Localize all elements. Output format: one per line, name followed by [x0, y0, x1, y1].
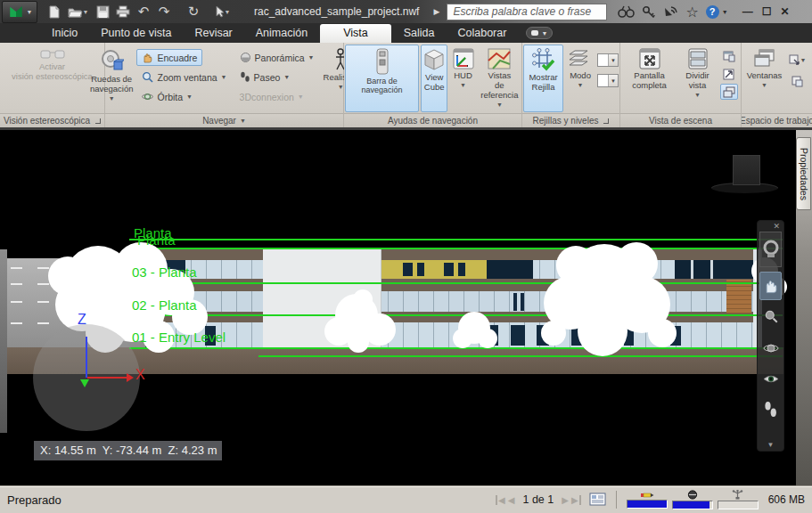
- dialog-launcher-icon[interactable]: [95, 118, 101, 124]
- cursor-arrow-icon: [215, 5, 225, 18]
- properties-panel-tab[interactable]: Propiedades: [796, 137, 811, 210]
- cargar-espacio-button[interactable]: ▼: [786, 52, 809, 68]
- rejilla-superior-combo[interactable]: ▼: [597, 53, 619, 67]
- zoom-ventana-button[interactable]: Zoom ventana ▼: [136, 69, 232, 86]
- hud-button[interactable]: HUD ▼: [449, 45, 476, 112]
- tab-salida[interactable]: Salida: [393, 24, 446, 43]
- ventanas-button[interactable]: Ventanas ▼: [745, 45, 784, 112]
- paseo-button[interactable]: Paseo ▼: [234, 69, 296, 86]
- hud-axes-icon: [453, 48, 474, 69]
- memory-usage: 606 MB: [768, 493, 805, 506]
- activar-vision-estereoscopica-button[interactable]: Activar visión estereoscópica: [5, 45, 100, 112]
- satellite-dish-icon: [663, 5, 678, 19]
- minimize-button[interactable]: —: [742, 5, 753, 18]
- chevron-down-icon: ▼: [338, 84, 344, 90]
- new-document-icon: [48, 5, 61, 19]
- redo-icon: ↷: [159, 4, 170, 20]
- close-icon[interactable]: ✕: [773, 223, 780, 231]
- dividir-vista-button[interactable]: Dividir vista ▼: [677, 45, 718, 112]
- select-tool-button[interactable]: ▼: [209, 3, 236, 20]
- toolbar-expand-icon[interactable]: ▶: [433, 7, 439, 16]
- panoramica-button[interactable]: Panorámica ▼: [234, 49, 320, 66]
- window-thumbnail-icon: [723, 51, 735, 62]
- maximize-button[interactable]: ☐: [762, 5, 772, 18]
- pan-button[interactable]: [759, 272, 782, 300]
- print-button[interactable]: [113, 3, 133, 20]
- espacio-mini-column: ▼: [786, 45, 809, 112]
- ventana-anclable-button[interactable]: [720, 84, 738, 100]
- orbit-button[interactable]: [759, 335, 782, 362]
- chevron-down-icon: ▼: [608, 54, 618, 66]
- redo-button[interactable]: ↷: [154, 3, 174, 20]
- chevron-down-icon: ▼: [186, 94, 193, 100]
- dialog-launcher-icon[interactable]: [603, 118, 609, 124]
- tab-punto-de-vista[interactable]: Punto de vista: [90, 24, 182, 43]
- sheet-browser-icon: [589, 493, 606, 506]
- tab-animacion[interactable]: Animación: [245, 24, 318, 43]
- chevron-down-icon: ▼: [578, 82, 584, 88]
- panel-label-navegar[interactable]: Navegar▼: [105, 113, 343, 127]
- 3dconnexion-button[interactable]: 3Dconnexion ▼: [234, 88, 309, 105]
- search-input[interactable]: [447, 4, 607, 20]
- window-controls: — ☐ ✕: [742, 5, 790, 18]
- encuadre-button[interactable]: Encuadre: [136, 49, 202, 66]
- walk-button[interactable]: [759, 395, 782, 424]
- progress-bar: [672, 501, 713, 509]
- pantalla-completa-button[interactable]: Pantalla completa: [624, 45, 676, 112]
- find-items-button[interactable]: [618, 5, 635, 18]
- ruedas-de-navegacion-button[interactable]: Ruedas de navegación ▼: [88, 45, 135, 112]
- previous-sheet-button[interactable]: ◀: [508, 495, 515, 505]
- expandir-vista-button[interactable]: [720, 66, 738, 82]
- navigation-bar: ✕ ▼: [757, 220, 784, 452]
- ribbon-tab-bar: Inicio Punto de vista Revisar Animación …: [0, 23, 812, 43]
- disk-icon: [687, 490, 698, 500]
- panoramica-icon: [240, 52, 251, 63]
- modo-rejilla-button[interactable]: Modo ▼: [565, 45, 595, 112]
- tab-inicio[interactable]: Inicio: [41, 24, 88, 43]
- save-button[interactable]: [93, 3, 112, 20]
- close-button[interactable]: ✕: [780, 5, 789, 18]
- chevron-down-icon: ▼: [225, 9, 232, 15]
- trees: [0, 130, 796, 485]
- first-sheet-button[interactable]: ◀: [496, 495, 505, 505]
- progress-bar: [627, 500, 668, 509]
- ribbon-overflow-button[interactable]: ▼: [526, 27, 553, 39]
- look-around-button[interactable]: [759, 367, 782, 390]
- license-button[interactable]: [642, 5, 656, 19]
- ventana-referencia-button[interactable]: [720, 48, 738, 64]
- magnifier-icon: [764, 309, 778, 323]
- viewcube-icon: [422, 48, 446, 71]
- guardar-espacio-button[interactable]: [786, 73, 809, 89]
- refresh-button[interactable]: ↻: [184, 3, 203, 20]
- application-menu-button[interactable]: ▼: [2, 1, 37, 23]
- new-document-button[interactable]: [45, 3, 64, 20]
- next-sheet-button[interactable]: ▶: [562, 495, 569, 505]
- help-button[interactable]: ? ▼: [706, 5, 728, 19]
- viewcube-button[interactable]: View Cube: [421, 45, 447, 112]
- navigation-bar-icon: [375, 48, 390, 75]
- chevron-down-icon[interactable]: ▼: [758, 441, 783, 449]
- orbita-button[interactable]: Órbita ▼: [136, 88, 198, 105]
- undo-button[interactable]: ↶: [134, 3, 153, 20]
- rejilla-inferior-combo[interactable]: ▼: [597, 74, 619, 87]
- panel-rejillas-y-niveles: Mostrar Rejilla Modo ▼ ▼ ▼ Rejillas y ni…: [522, 43, 620, 127]
- vistas-de-referencia-button[interactable]: Vistas de referencia ▼: [479, 45, 521, 112]
- steering-wheel-button[interactable]: [759, 232, 782, 267]
- split-view-icon: [688, 48, 708, 69]
- scene-viewport[interactable]: Planta Planta 03 - Planta 02 - Planta 01…: [0, 130, 796, 485]
- mostrar-rejilla-button[interactable]: Mostrar Rejilla: [523, 45, 563, 112]
- pencil-icon: [640, 491, 654, 499]
- tab-vista[interactable]: Vista: [320, 24, 391, 43]
- level-label: 01 - Entry Level: [132, 330, 226, 345]
- last-sheet-button[interactable]: ▶: [571, 495, 581, 505]
- diagonal-arrow-icon: [723, 69, 734, 80]
- communication-center-button[interactable]: [663, 5, 678, 19]
- tab-revisar[interactable]: Revisar: [184, 24, 242, 43]
- open-button[interactable]: ▼: [65, 3, 92, 20]
- sheet-browser-button[interactable]: [589, 493, 606, 508]
- steering-wheel-icon: [99, 48, 124, 73]
- favorites-button[interactable]: ☆: [685, 4, 698, 20]
- zoom-button[interactable]: [759, 305, 782, 328]
- tab-colaborar[interactable]: Colaborar: [447, 24, 517, 43]
- barra-de-navegacion-button[interactable]: Barra de navegación: [345, 45, 419, 112]
